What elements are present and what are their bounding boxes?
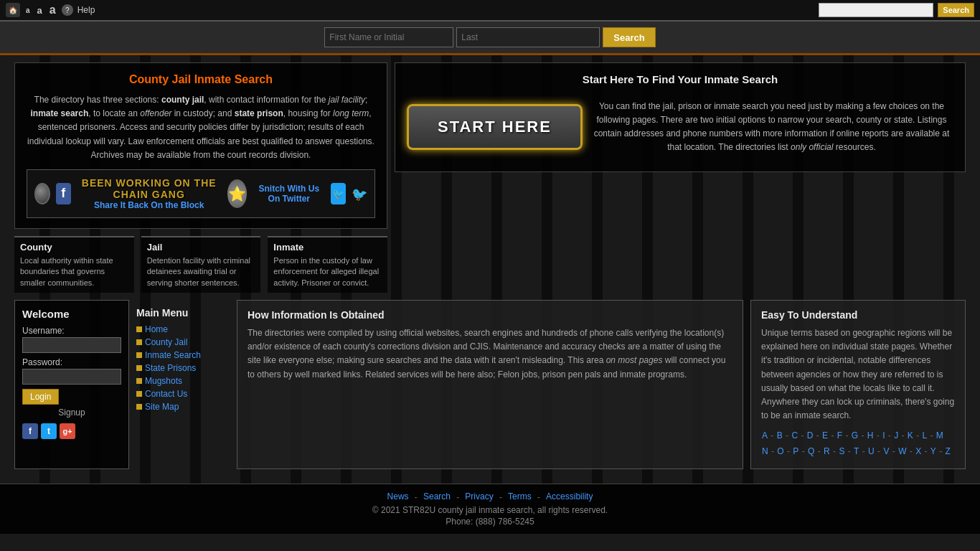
- password-input[interactable]: [22, 369, 121, 385]
- twitter-social-icon[interactable]: t: [41, 423, 57, 439]
- alpha-h[interactable]: H: [867, 430, 874, 441]
- menu-item-county-jail[interactable]: County Jail: [136, 337, 230, 347]
- top-search-button[interactable]: Search: [938, 3, 974, 17]
- alpha-w[interactable]: W: [898, 446, 906, 456]
- start-here-title: Start Here To Find Your Inmate Search: [407, 73, 953, 85]
- top-bar-right: Search: [819, 3, 974, 17]
- menu-link-site-map[interactable]: Site Map: [145, 402, 179, 412]
- menu-item-contact-us[interactable]: Contact Us: [136, 389, 230, 399]
- menu-item-inmate-search[interactable]: Inmate Search: [136, 350, 230, 360]
- menu-link-state-prisons[interactable]: State Prisons: [145, 363, 196, 373]
- first-name-input[interactable]: [324, 27, 453, 47]
- username-label: Username:: [22, 326, 121, 336]
- top-search-input[interactable]: [819, 3, 933, 17]
- social-icons: f t g+: [22, 423, 121, 439]
- bird-icon: 🐦: [352, 187, 367, 201]
- googleplus-social-icon[interactable]: g+: [60, 423, 75, 439]
- start-here-box: Start Here To Find Your Inmate Search ST…: [395, 62, 966, 172]
- menu-item-site-map[interactable]: Site Map: [136, 402, 230, 412]
- footer-privacy-link[interactable]: Privacy: [465, 491, 493, 502]
- alpha-t[interactable]: T: [854, 446, 859, 456]
- alpha-j[interactable]: J: [894, 430, 898, 441]
- alpha-q[interactable]: Q: [808, 446, 814, 456]
- menu-item-mugshots[interactable]: Mugshots: [136, 376, 230, 386]
- inmate-section: Inmate Person in the custody of law enfo…: [268, 236, 387, 293]
- font-medium-btn[interactable]: a: [36, 5, 44, 16]
- menu-bullet-home: [136, 326, 142, 332]
- alpha-x[interactable]: X: [915, 446, 921, 456]
- menu-bullet-mugshots: [136, 378, 142, 384]
- twitter-icon[interactable]: 🐦: [331, 183, 346, 204]
- footer-links: News - Search - Privacy - Terms - Access…: [7, 491, 973, 502]
- chain-ball-icon: [34, 183, 50, 204]
- login-button[interactable]: Login: [22, 389, 59, 405]
- alpha-r[interactable]: R: [824, 446, 830, 456]
- help-icon: ?: [62, 4, 73, 16]
- top-bar-left: 🏠 a a a ? Help: [6, 3, 95, 17]
- footer-search-link[interactable]: Search: [423, 491, 451, 502]
- footer-phone: Phone: (888) 786-5245: [7, 517, 973, 527]
- menu-link-contact-us[interactable]: Contact Us: [145, 389, 187, 399]
- menu-item-state-prisons[interactable]: State Prisons: [136, 363, 230, 373]
- chain-gang-snitch: Snitch With Us On Twitter: [253, 184, 325, 204]
- alpha-z[interactable]: Z: [946, 446, 951, 456]
- last-name-input[interactable]: [456, 27, 600, 47]
- how-info-title: How Information Is Obtained: [248, 309, 732, 321]
- jail-title: Jail: [147, 242, 255, 253]
- signup-link[interactable]: Signup: [22, 408, 121, 418]
- menu-bullet-inmate-search: [136, 352, 142, 358]
- menu-link-county-jail[interactable]: County Jail: [145, 337, 187, 347]
- font-small-btn[interactable]: a: [24, 6, 32, 14]
- site-icon: 🏠: [6, 3, 20, 17]
- alpha-y[interactable]: Y: [930, 446, 936, 456]
- alpha-l[interactable]: L: [923, 430, 928, 441]
- help-link[interactable]: Help: [77, 5, 95, 15]
- username-input[interactable]: [22, 337, 121, 353]
- menu-link-home[interactable]: Home: [145, 324, 168, 334]
- menu-item-home[interactable]: Home: [136, 324, 230, 334]
- alpha-a[interactable]: A: [762, 430, 768, 441]
- alpha-b[interactable]: B: [777, 430, 783, 441]
- facebook-social-icon[interactable]: f: [22, 423, 38, 439]
- footer-terms-link[interactable]: Terms: [508, 491, 532, 502]
- alpha-m[interactable]: M: [936, 430, 943, 441]
- menu-bullet-county-jail: [136, 339, 142, 345]
- county-desc: Local authority within state boundaries …: [20, 255, 128, 288]
- alpha-i[interactable]: I: [882, 430, 885, 441]
- left-panel: County Jail Inmate Search The directory …: [14, 62, 387, 293]
- facebook-icon[interactable]: f: [56, 183, 71, 204]
- alpha-u[interactable]: U: [868, 446, 875, 456]
- alphabet-nav: A - B - C - D - E - F - G - H - I - J - …: [761, 428, 955, 459]
- easy-description: Unique terms based on geographic regions…: [761, 326, 955, 423]
- menu-link-mugshots[interactable]: Mugshots: [145, 376, 182, 386]
- chain-gang-text: BEEN WORKING ON THE CHAIN GANG Share It …: [77, 177, 222, 210]
- alpha-p[interactable]: P: [793, 446, 798, 456]
- header-search-button[interactable]: Search: [603, 27, 655, 47]
- alpha-v[interactable]: V: [883, 446, 889, 456]
- footer-news-link[interactable]: News: [387, 491, 409, 502]
- alpha-n[interactable]: N: [762, 446, 768, 456]
- how-info-box: How Information Is Obtained The director…: [237, 300, 743, 469]
- main-background: County Jail Inmate Search The directory …: [0, 55, 980, 484]
- alpha-c[interactable]: C: [791, 430, 798, 441]
- welcome-box: Welcome Username: Password: Login Signup…: [14, 300, 129, 469]
- share-label[interactable]: Share It Back On the Block: [77, 200, 222, 210]
- alpha-f[interactable]: F: [837, 430, 842, 441]
- alpha-k[interactable]: K: [908, 430, 913, 441]
- start-here-button[interactable]: START HERE: [407, 104, 583, 150]
- footer-copyright: © 2021 STR82U county jail inmate search,…: [7, 505, 973, 515]
- alpha-g[interactable]: G: [852, 430, 858, 441]
- footer: News - Search - Privacy - Terms - Access…: [0, 484, 980, 534]
- snitch-label[interactable]: Snitch With Us On Twitter: [253, 184, 325, 204]
- alpha-o[interactable]: O: [777, 446, 783, 456]
- jail-info-box: County Jail Inmate Search The directory …: [14, 62, 387, 229]
- footer-accessibility-link[interactable]: Accessibility: [546, 491, 593, 502]
- welcome-title: Welcome: [22, 308, 121, 320]
- font-large-btn[interactable]: a: [48, 4, 57, 17]
- alpha-e[interactable]: E: [822, 430, 828, 441]
- jail-section: Jail Detention facility with criminal de…: [141, 236, 261, 293]
- easy-title: Easy To Understand: [761, 309, 955, 321]
- alpha-s[interactable]: S: [839, 446, 844, 456]
- alpha-d[interactable]: D: [807, 430, 814, 441]
- menu-link-inmate-search[interactable]: Inmate Search: [145, 350, 201, 360]
